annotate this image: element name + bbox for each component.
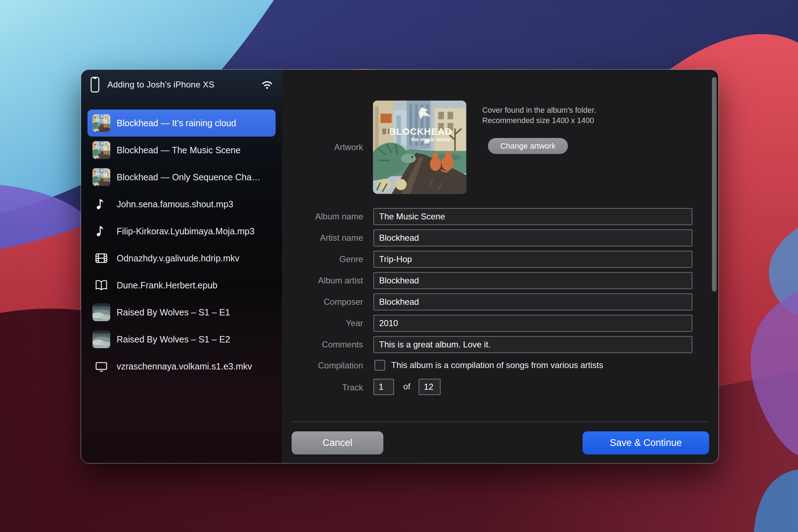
scrollbar[interactable] bbox=[712, 77, 717, 292]
file-label: Raised By Wolves – S1 – E1 bbox=[117, 307, 230, 318]
book-icon bbox=[92, 276, 110, 294]
album-cover-thumbnail bbox=[92, 141, 110, 159]
list-item-blockhead-the-music-scene[interactable]: Blockhead — The Music Scene bbox=[87, 137, 276, 164]
composer-input[interactable] bbox=[373, 293, 692, 310]
album-cover-thumbnail bbox=[92, 168, 110, 186]
footer-divider bbox=[293, 421, 710, 422]
video-thumbnail bbox=[92, 330, 110, 348]
album-cover-thumbnail bbox=[92, 114, 110, 132]
file-label: Dune.Frank.Herbert.epub bbox=[117, 280, 217, 291]
music-note-icon bbox=[92, 222, 110, 240]
tv-icon bbox=[92, 357, 110, 375]
sidebar: Adding to Josh’s iPhone XS Blockhead — I… bbox=[81, 70, 282, 463]
file-label: Blockhead — The Music Scene bbox=[117, 145, 240, 155]
list-item-dune-epub[interactable]: Dune.Frank.Herbert.epub bbox=[87, 272, 276, 299]
device-title: Adding to Josh’s iPhone XS bbox=[107, 80, 214, 90]
album-name-input[interactable] bbox=[373, 208, 692, 225]
file-label: Raised By Wolves – S1 – E2 bbox=[117, 334, 230, 345]
file-label: vzraschennaya.volkami.s1.e3.mkv bbox=[117, 361, 252, 372]
track-of-label: of bbox=[400, 382, 413, 392]
cancel-button[interactable]: Cancel bbox=[292, 431, 383, 454]
save-continue-button[interactable]: Save & Continue bbox=[582, 431, 709, 454]
track-number-input[interactable] bbox=[373, 379, 394, 395]
album-artwork bbox=[373, 101, 467, 194]
list-item-blockhead-its-raining-cloud[interactable]: Blockhead — It’s raining cloud bbox=[87, 110, 276, 137]
list-item-blockhead-only-sequence[interactable]: Blockhead — Only Sequence Cha… bbox=[87, 164, 276, 191]
file-label: Blockhead — It’s raining cloud bbox=[117, 118, 236, 128]
comments-input[interactable] bbox=[373, 336, 692, 353]
film-icon bbox=[92, 249, 110, 267]
genre-input[interactable] bbox=[373, 251, 692, 268]
device-header: Adding to Josh’s iPhone XS bbox=[81, 70, 282, 100]
file-label: Filip-Kirkorav.Lyubimaya.Moja.mp3 bbox=[117, 226, 255, 236]
album-artist-input[interactable] bbox=[373, 272, 692, 289]
artwork-helper-line1: Cover found in the album’s folder. bbox=[482, 105, 596, 116]
list-item-odnazhdy-mkv[interactable]: Odnazhdy.v.galivude.hdrip.mkv bbox=[87, 245, 276, 272]
list-item-vzraschennaya-mkv[interactable]: vzraschennaya.volkami.s1.e3.mkv bbox=[87, 353, 276, 380]
track-total-input[interactable] bbox=[419, 379, 441, 395]
phone-icon bbox=[90, 76, 100, 93]
file-label: John.sena.famous.shout.mp3 bbox=[117, 199, 233, 209]
file-label: Blockhead — Only Sequence Cha… bbox=[117, 172, 260, 182]
artwork-helper-line2: Recommended size 1400 x 1400 bbox=[482, 116, 594, 126]
artist-name-input[interactable] bbox=[373, 229, 692, 246]
compilation-checkbox-label: This album is a compilation of songs fro… bbox=[391, 360, 603, 370]
list-item-john-sena-mp3[interactable]: John.sena.famous.shout.mp3 bbox=[87, 191, 276, 218]
file-label: Odnazhdy.v.galivude.hdrip.mkv bbox=[117, 253, 239, 264]
video-thumbnail bbox=[92, 303, 110, 321]
list-item-raised-by-wolves-e2[interactable]: Raised By Wolves – S1 – E2 bbox=[87, 326, 276, 353]
change-artwork-button[interactable]: Change artwork bbox=[488, 138, 568, 154]
list-item-raised-by-wolves-e1[interactable]: Raised By Wolves – S1 – E1 bbox=[87, 299, 276, 326]
list-item-filip-kirkorav-mp3[interactable]: Filip-Kirkorav.Lyubimaya.Moja.mp3 bbox=[87, 218, 276, 245]
file-list: Blockhead — It’s raining cloud Blockhead… bbox=[87, 110, 276, 380]
year-input[interactable] bbox=[373, 315, 692, 332]
compilation-checkbox[interactable] bbox=[374, 360, 385, 371]
app-window: Adding to Josh’s iPhone XS Blockhead — I… bbox=[81, 70, 718, 463]
desktop: Adding to Josh’s iPhone XS Blockhead — I… bbox=[0, 0, 798, 532]
music-note-icon bbox=[92, 195, 110, 213]
wifi-icon bbox=[261, 80, 273, 89]
